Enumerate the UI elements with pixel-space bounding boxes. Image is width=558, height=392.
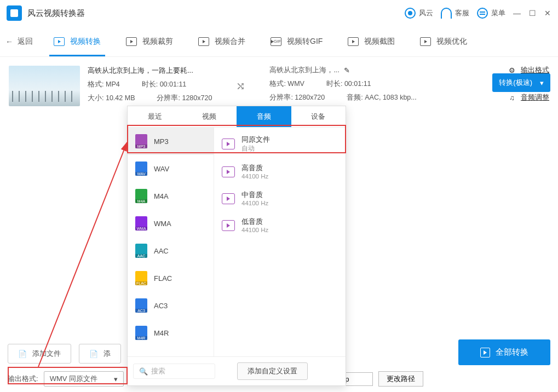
nav-row: ←返回 视频转换 视频裁剪 视频合并 GIF视频转GIF 视频截图 视频优化 bbox=[0, 26, 558, 57]
play-icon bbox=[222, 193, 235, 204]
add-file-button[interactable]: 📄添加文件 bbox=[8, 344, 71, 364]
convert-button[interactable]: 转换(极速) bbox=[492, 73, 550, 92]
tab-video-convert[interactable]: 视频转换 bbox=[49, 27, 105, 56]
crop-icon bbox=[126, 37, 137, 46]
menu-icon bbox=[477, 8, 488, 19]
edit-icon[interactable]: ✎ bbox=[344, 66, 350, 74]
back-button[interactable]: ←返回 bbox=[5, 37, 33, 47]
file-name: 高铁从北京到上海，一路上要耗... bbox=[88, 66, 212, 76]
headset-icon bbox=[441, 8, 452, 19]
format-mp3[interactable]: MP3 bbox=[128, 128, 214, 155]
title-right: 风云 客服 菜单 — ☐ ✕ bbox=[405, 8, 551, 19]
optimize-icon bbox=[420, 37, 431, 46]
quality-mid[interactable]: 中音质44100 Hz bbox=[214, 185, 346, 212]
popup-tab-audio[interactable]: 音频 bbox=[237, 106, 291, 127]
popup-body: MP3 WAV M4A WMA AAC FLAC AC3 M4R 同原文件自动 … bbox=[128, 128, 346, 356]
close-button[interactable]: ✕ bbox=[544, 9, 551, 17]
shuffle-icon[interactable]: ⤭ bbox=[236, 79, 245, 93]
format-ac3[interactable]: AC3 bbox=[128, 292, 214, 319]
change-path-button[interactable]: 更改路径 bbox=[378, 371, 423, 387]
tab-video-gif[interactable]: GIF视频转GIF bbox=[266, 27, 327, 56]
format-m4a[interactable]: M4A bbox=[128, 182, 214, 210]
mp3-icon bbox=[135, 134, 147, 148]
output-meta: 高铁从北京到上海，... ✎ 格式: WMV 时长: 00:01:11 分辨率:… bbox=[269, 66, 416, 106]
add-button-2[interactable]: 📄添 bbox=[79, 344, 121, 364]
aac-icon bbox=[135, 244, 147, 258]
maximize-button[interactable]: ☐ bbox=[528, 9, 536, 17]
tab-video-merge[interactable]: 视频合并 bbox=[194, 27, 250, 56]
file-meta: 高铁从北京到上海，一路上要耗... 格式: MP4 时长: 00:01:11 大… bbox=[88, 66, 212, 106]
add-custom-button[interactable]: 添加自定义设置 bbox=[237, 362, 308, 380]
gif-icon: GIF bbox=[271, 37, 281, 46]
arrow-left-icon: ← bbox=[5, 37, 13, 46]
file-plus-icon: 📄 bbox=[89, 350, 98, 358]
popup-tab-video[interactable]: 视频 bbox=[182, 106, 237, 127]
title-bar: 风云视频转换器 风云 客服 菜单 — ☐ ✕ bbox=[0, 0, 558, 26]
m4a-icon bbox=[135, 189, 147, 203]
shuffle-col: ⤭ bbox=[236, 66, 245, 106]
format-aac[interactable]: AAC bbox=[128, 237, 214, 264]
search-icon: 🔍 bbox=[139, 367, 148, 376]
popup-tab-recent[interactable]: 最近 bbox=[128, 106, 182, 127]
ac3-icon bbox=[135, 298, 147, 313]
play-square-icon bbox=[480, 348, 490, 358]
popup-tab-device[interactable]: 设备 bbox=[291, 106, 346, 127]
title-left: 风云视频转换器 bbox=[7, 5, 85, 21]
target-icon bbox=[405, 8, 416, 19]
file-row: 高铁从北京到上海，一路上要耗... 格式: MP4 时长: 00:01:11 大… bbox=[0, 57, 558, 111]
m4r-icon bbox=[135, 326, 147, 340]
out-format-label: 输出格式: bbox=[8, 374, 38, 384]
flac-icon bbox=[135, 271, 147, 285]
wav-icon bbox=[135, 162, 147, 176]
fengyun-button[interactable]: 风云 bbox=[405, 8, 433, 19]
format-m4r[interactable]: M4R bbox=[128, 319, 214, 347]
tab-video-screenshot[interactable]: 视频截图 bbox=[343, 27, 399, 56]
video-thumbnail[interactable] bbox=[9, 66, 80, 106]
format-wav[interactable]: WAV bbox=[128, 155, 214, 182]
convert-all-button[interactable]: 全部转换 bbox=[458, 339, 550, 365]
tab-video-optimize[interactable]: 视频优化 bbox=[416, 27, 471, 56]
file-plus-icon: 📄 bbox=[18, 350, 27, 358]
service-button[interactable]: 客服 bbox=[441, 8, 469, 19]
chevron-down-icon: ▾ bbox=[114, 375, 118, 383]
format-wma[interactable]: WMA bbox=[128, 210, 214, 237]
output-name-row: 高铁从北京到上海，... ✎ bbox=[269, 66, 416, 75]
equalizer-icon: ♫ bbox=[508, 94, 516, 102]
play-icon bbox=[222, 166, 235, 177]
tab-video-crop[interactable]: 视频裁剪 bbox=[122, 27, 177, 56]
search-input[interactable]: 🔍搜索 bbox=[133, 364, 215, 379]
wma-icon bbox=[135, 216, 147, 230]
popup-footer: 🔍搜索 添加自定义设置 bbox=[128, 356, 346, 385]
output-format-select[interactable]: WMV 同原文件▾ bbox=[44, 371, 124, 387]
merge-icon bbox=[198, 37, 209, 46]
app-logo-icon bbox=[7, 5, 22, 21]
format-popup: 最近 视频 音频 设备 MP3 WAV M4A WMA AAC FLAC AC3… bbox=[127, 106, 346, 386]
menu-button[interactable]: 菜单 bbox=[477, 8, 505, 19]
app-title: 风云视频转换器 bbox=[27, 8, 85, 19]
format-list[interactable]: MP3 WAV M4A WMA AAC FLAC AC3 M4R bbox=[128, 128, 214, 356]
quality-low[interactable]: 低音质44100 Hz bbox=[214, 212, 346, 239]
play-icon bbox=[222, 220, 235, 231]
play-icon bbox=[54, 37, 65, 46]
audio-adjust-link[interactable]: ♫音频调整 bbox=[508, 93, 549, 102]
quality-list: 同原文件自动 高音质44100 Hz 中音质44100 Hz 低音质44100 … bbox=[214, 128, 346, 356]
minimize-button[interactable]: — bbox=[513, 9, 521, 17]
screenshot-icon bbox=[348, 37, 359, 46]
format-flac[interactable]: FLAC bbox=[128, 264, 214, 292]
svg-line-0 bbox=[38, 142, 127, 367]
quality-same[interactable]: 同原文件自动 bbox=[214, 130, 346, 158]
play-icon bbox=[222, 139, 235, 149]
quality-high[interactable]: 高音质44100 Hz bbox=[214, 158, 346, 185]
popup-tabs: 最近 视频 音频 设备 bbox=[128, 106, 346, 128]
